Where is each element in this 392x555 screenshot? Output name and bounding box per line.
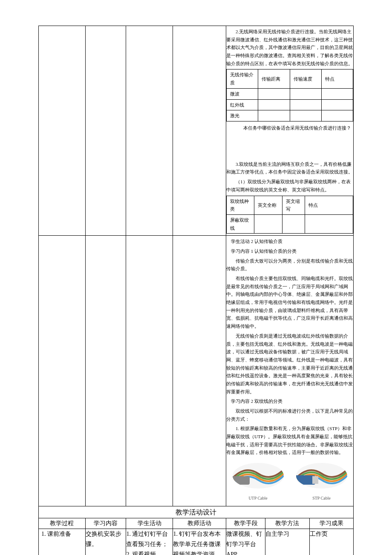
intro-para-3: 3.双绞线是当前主流的网络互联介质之一，具有价格低廉和施工方便等优点，本任务中固… [226, 160, 353, 176]
activity-title-3: 学习内容 2 双绞线的分类 [226, 397, 353, 405]
intro-para-3a: （1）双绞线分为屏蔽双绞线与非屏蔽双绞线两种，在表中填写两种双绞线的英文全称、英… [226, 178, 353, 194]
cell-student: 1. 通过钉钉平台查看预习任务； 2. 观看视频， [126, 529, 173, 555]
svg-rect-2 [228, 476, 250, 485]
tp-th-feature: 特点 [305, 196, 353, 214]
wireless-th-feature: 特点 [321, 69, 353, 88]
cell-method: 自主学习 [265, 529, 309, 555]
cell-teacher: 1. 钉钉平台发布本教学单元任务微课视频等教学资源、 [173, 529, 226, 555]
col-means: 教学手段 [226, 518, 265, 529]
col-outcome: 学习成果 [309, 518, 353, 529]
col-method: 教学方法 [265, 518, 309, 529]
col-student: 学生活动 [126, 518, 173, 529]
activity-p2: 有线传输介质主要包括双绞线、同轴电缆和光纤。双绞线是最常见的有线传输介质之一，广… [226, 275, 353, 330]
cell-outcome: 工作页 [309, 529, 353, 555]
cell-means: 微课视频、钉钉学习平台 APP [226, 529, 265, 555]
document-table: 2.无线网络采用无线传输介质进行连接。当前无线网络主要采用微波通信、红外线通信和… [38, 26, 354, 555]
question-2: 本任务中哪些设备适合采用无线传输介质进行连接？ [243, 124, 353, 132]
wireless-row-laser: 激光 [227, 110, 258, 121]
tp-th-abbr: 英文缩写 [282, 196, 305, 214]
col-process: 教学过程 [39, 518, 86, 529]
activity-title-1: 学生活动 2 认知传输介质 [226, 237, 353, 246]
utp-label: UTP Cable [228, 494, 288, 502]
cell-content: 交换机安装步骤。 [85, 529, 126, 555]
wireless-row-microwave: 微波 [227, 88, 258, 99]
svg-rect-5 [292, 475, 315, 485]
col-teacher: 教师活动 [173, 518, 226, 529]
activity-p4: 双绞线可以根据不同的标准进行分类，以下是几种常见的分类方式： [226, 407, 353, 423]
cell-process: 1. 课前准备 [39, 529, 86, 555]
activity-p3: 无线传输介质则是通过无线电波或红外线传输数据的介质，主要包括无线电波、红外线和激… [226, 332, 353, 396]
tp-th-fullname: 英文全称 [254, 196, 282, 214]
wireless-th-distance: 传输距离 [258, 69, 290, 88]
wireless-th-media: 无线传输介质 [227, 69, 258, 88]
twisted-pair-table: 双绞线种类 英文全称 英文缩写 特点 屏蔽双绞线 [226, 196, 353, 234]
intro-para-2: 2.无线网络采用无线传输介质进行连接。当前无线网络主要采用微波通信、红外线通信和… [226, 28, 353, 67]
design-heading: 教学活动设计 [39, 506, 354, 518]
tp-th-type: 双绞线种类 [227, 196, 254, 214]
wireless-th-speed: 传输速度 [290, 69, 321, 88]
wireless-media-table: 无线传输介质 传输距离 传输速度 特点 微波 红外线 激光 [226, 69, 353, 121]
col-content: 学习内容 [85, 518, 126, 529]
stp-label: STP Cable [292, 494, 352, 502]
tp-row-stp: 屏蔽双绞线 [227, 214, 254, 233]
activity-title-2: 学习内容 1 认知传输介质的分类 [226, 247, 353, 255]
activity-p1: 传输介质大致可以分为两类，分别是有线传输介质和无线传输介质。 [226, 257, 353, 273]
wireless-row-infrared: 红外线 [227, 99, 258, 110]
activity-p5: 1. 根据屏蔽层数量和有无，分为屏蔽双绞线（STP）和非屏蔽双绞线（UTP）。屏… [226, 425, 353, 457]
svg-rect-6 [312, 476, 318, 484]
stp-cable-image: STP Cable [292, 461, 352, 502]
utp-cable-image: UTP Cable [228, 461, 288, 502]
